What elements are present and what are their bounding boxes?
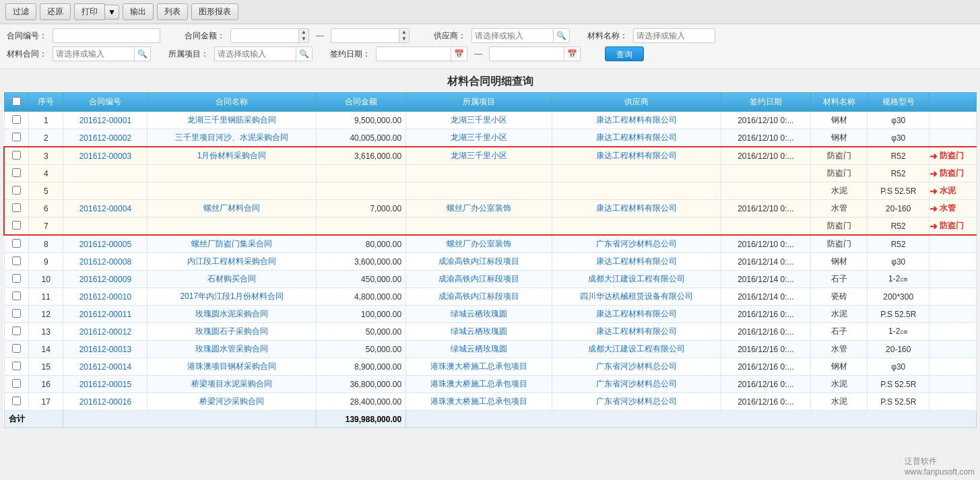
row-checkbox[interactable] bbox=[12, 256, 21, 265]
row-checkbox[interactable] bbox=[12, 344, 21, 353]
table-cell: 水管 bbox=[811, 200, 868, 217]
checkbox-cell[interactable] bbox=[4, 235, 29, 253]
table-cell: 内江段工程材料采购合同 bbox=[148, 253, 316, 271]
checkbox-cell[interactable] bbox=[4, 165, 29, 182]
row-checkbox[interactable] bbox=[12, 327, 21, 335]
table-cell: 100,000.00 bbox=[316, 306, 405, 323]
checkbox-cell[interactable] bbox=[4, 200, 29, 217]
header-contract-no: 合同编号 bbox=[63, 93, 148, 112]
amount-to-down[interactable]: ▼ bbox=[399, 36, 409, 42]
table-cell: 1 bbox=[29, 112, 63, 129]
checkbox-cell[interactable] bbox=[4, 358, 29, 376]
project-label: 所属项目： bbox=[168, 48, 209, 60]
checkbox-cell[interactable] bbox=[4, 253, 29, 271]
row-checkbox[interactable] bbox=[12, 221, 21, 230]
row-checkbox[interactable] bbox=[12, 115, 21, 124]
project-search-icon[interactable]: 🔍 bbox=[296, 47, 312, 61]
supplier-search-icon[interactable]: 🔍 bbox=[553, 29, 569, 42]
table-cell: 5 bbox=[29, 182, 63, 200]
amount-from-down[interactable]: ▼ bbox=[299, 36, 308, 42]
table-cell bbox=[406, 182, 552, 200]
supplier-input[interactable] bbox=[472, 29, 553, 42]
checkbox-cell[interactable] bbox=[4, 182, 29, 200]
table-cell: 40,005,000.00 bbox=[316, 129, 405, 147]
table-cell: 绿城云栖玫瑰圆 bbox=[406, 323, 552, 341]
checkbox-cell[interactable] bbox=[4, 112, 29, 129]
query-button[interactable]: 查询 bbox=[605, 46, 644, 61]
row-checkbox[interactable] bbox=[12, 239, 21, 248]
row-checkbox[interactable] bbox=[12, 274, 21, 283]
filter-button[interactable]: 过滤 bbox=[5, 3, 36, 20]
checkbox-cell[interactable] bbox=[4, 393, 29, 411]
row-checkbox[interactable] bbox=[12, 397, 21, 405]
table-cell: 2016/12/14 0:... bbox=[721, 253, 810, 271]
sign-date-from-input[interactable] bbox=[377, 47, 451, 61]
table-cell: φ30 bbox=[868, 253, 929, 271]
supplier-label: 供应商： bbox=[434, 30, 466, 42]
export-button[interactable]: 输出 bbox=[123, 3, 154, 20]
table-cell: 广东省河沙材料总公司 bbox=[552, 358, 721, 376]
material-name-input[interactable] bbox=[634, 29, 715, 42]
print-dropdown-button[interactable]: ▼ bbox=[105, 5, 119, 20]
amount-from-up[interactable]: ▲ bbox=[299, 29, 308, 36]
checkbox-cell[interactable] bbox=[4, 341, 29, 358]
table-cell: 防盗门 bbox=[811, 235, 868, 253]
table-cell: 桥梁河沙采购合同 bbox=[148, 393, 316, 411]
amount-label: 合同金额： bbox=[185, 30, 225, 42]
row-checkbox[interactable] bbox=[12, 133, 21, 141]
calendar-to-icon[interactable]: 📅 bbox=[564, 47, 580, 61]
arrow-cell bbox=[929, 341, 977, 358]
print-button[interactable]: 打印 bbox=[74, 3, 105, 20]
sign-date-to-input[interactable] bbox=[490, 47, 564, 61]
amount-to-up[interactable]: ▲ bbox=[399, 29, 409, 36]
row-checkbox[interactable] bbox=[12, 168, 21, 177]
table-cell: 80,000.00 bbox=[316, 235, 405, 253]
table-cell bbox=[721, 182, 810, 200]
row-checkbox[interactable] bbox=[12, 186, 21, 195]
checkbox-cell[interactable] bbox=[4, 147, 29, 165]
table-cell: 防盗门 bbox=[811, 217, 868, 236]
table-cell: 50,000.00 bbox=[316, 323, 405, 341]
calendar-from-icon[interactable]: 📅 bbox=[451, 47, 467, 61]
contract-no-input[interactable] bbox=[53, 28, 160, 43]
checkbox-cell[interactable] bbox=[4, 306, 29, 323]
checkbox-cell[interactable] bbox=[4, 323, 29, 341]
project-wrap: 🔍 bbox=[214, 46, 313, 61]
arrow-cell bbox=[929, 129, 977, 147]
row-checkbox[interactable] bbox=[12, 292, 21, 300]
row-checkbox[interactable] bbox=[12, 362, 21, 370]
amount-from-input[interactable] bbox=[231, 29, 298, 42]
arrow-cell: ➜防盗门 bbox=[929, 217, 977, 236]
table-header-row: 序号 合同编号 合同名称 合同金额 所属项目 供应商 签约日期 材料名称 规格型… bbox=[4, 93, 977, 112]
amount-to-input[interactable] bbox=[331, 29, 399, 42]
row-checkbox[interactable] bbox=[12, 203, 21, 212]
material-contract-search-icon[interactable]: 🔍 bbox=[134, 47, 150, 61]
table-row: 6201612-00004螺丝厂材料合同7,000.00螺丝厂办公室装饰康达工程… bbox=[4, 200, 977, 217]
material-contract-input[interactable] bbox=[53, 47, 134, 61]
arrow-icon: ➜ bbox=[929, 168, 938, 179]
row-checkbox[interactable] bbox=[12, 379, 21, 388]
checkbox-cell[interactable] bbox=[4, 129, 29, 147]
checkbox-cell[interactable] bbox=[4, 217, 29, 236]
checkbox-cell[interactable] bbox=[4, 288, 29, 306]
row-checkbox[interactable] bbox=[12, 151, 21, 160]
table-cell: P.S 52.5R bbox=[868, 376, 929, 393]
table-cell: 石子 bbox=[811, 271, 868, 288]
select-all-checkbox[interactable] bbox=[12, 97, 21, 106]
checkbox-cell[interactable] bbox=[4, 376, 29, 393]
table-row: 10201612-00009石材购买合同450,000.00成渝高铁内江标段项目… bbox=[4, 271, 977, 288]
list-button[interactable]: 列表 bbox=[157, 3, 188, 20]
checkbox-cell[interactable] bbox=[4, 271, 29, 288]
arrow-cell bbox=[929, 288, 977, 306]
arrow-cell bbox=[929, 376, 977, 393]
project-input[interactable] bbox=[215, 47, 296, 61]
restore-button[interactable]: 还原 bbox=[40, 3, 71, 20]
table-cell bbox=[316, 182, 405, 200]
table-cell: 螺丝厂材料合同 bbox=[148, 200, 316, 217]
chart-button[interactable]: 图形报表 bbox=[191, 3, 238, 20]
row-checkbox[interactable] bbox=[12, 309, 21, 318]
table-cell: 2016/12/16 0:... bbox=[721, 323, 810, 341]
arrow-cell bbox=[929, 323, 977, 341]
table-cell: 龙湖三千里小区 bbox=[406, 112, 552, 129]
table-cell: 1月份材料采购合同 bbox=[148, 147, 316, 165]
